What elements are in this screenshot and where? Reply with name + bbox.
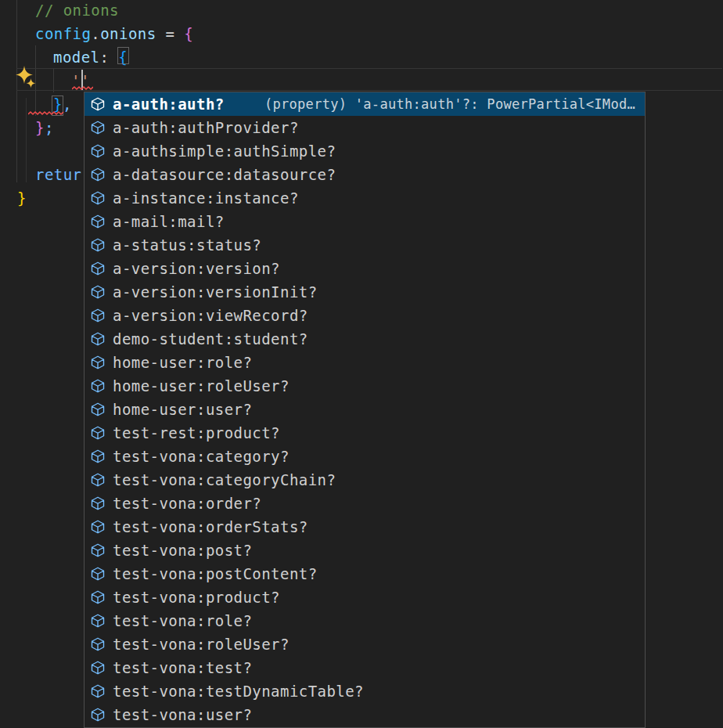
suggest-item-test-vona-category[interactable]: test-vona:category?: [85, 445, 645, 468]
code-line-close-config[interactable]: };: [35, 116, 54, 139]
suggest-item-test-vona-roleuser[interactable]: test-vona:roleUser?: [85, 632, 645, 656]
suggest-item-a-version-versioninit[interactable]: a-version:versionInit?: [85, 280, 645, 304]
symbol-module-icon: [89, 518, 106, 535]
symbol-module-icon: [89, 424, 106, 441]
intellisense-suggest-widget[interactable]: a-auth:auth?(property) 'a-auth:auth'?: P…: [84, 92, 646, 728]
symbol-module-icon: [89, 636, 106, 653]
code-token: :: [99, 49, 118, 66]
code-line-config[interactable]: config.onions = {: [35, 22, 193, 45]
code-token: retur: [35, 166, 81, 183]
code-line-return[interactable]: retur: [35, 163, 81, 186]
suggest-item-a-auth-auth[interactable]: a-auth:auth?(property) 'a-auth:auth'?: P…: [85, 92, 645, 116]
suggest-item-a-version-viewrecord[interactable]: a-version:viewRecord?: [85, 304, 645, 327]
suggest-item-label: a-authsimple:authSimple?: [113, 142, 336, 160]
current-line-highlight: [16, 68, 722, 91]
symbol-module-icon: [89, 565, 106, 582]
symbol-module-icon: [89, 683, 106, 700]
suggest-item-label: test-vona:postContent?: [113, 565, 318, 582]
suggest-item-test-vona-order[interactable]: test-vona:order?: [85, 492, 645, 515]
suggest-item-a-version-version[interactable]: a-version:version?: [85, 257, 645, 280]
code-token: // onions: [35, 2, 119, 19]
symbol-module-icon: [89, 260, 106, 277]
symbol-module-icon: [89, 166, 106, 183]
symbol-module-icon: [89, 236, 106, 254]
suggest-item-label: test-vona:testDynamicTable?: [113, 683, 364, 700]
symbol-module-icon: [89, 189, 106, 207]
code-token: =: [156, 25, 185, 42]
suggest-item-label: test-vona:orderStats?: [113, 518, 308, 535]
suggest-item-label: home-user:roleUser?: [113, 377, 290, 395]
symbol-module-icon: [89, 354, 106, 371]
code-token: ;: [45, 119, 54, 136]
symbol-module-icon: [89, 542, 106, 559]
code-token: config: [35, 25, 91, 42]
code-token: onions: [100, 25, 156, 42]
suggest-item-test-vona-testdynamictable[interactable]: test-vona:testDynamicTable?: [85, 679, 645, 703]
suggest-item-label: test-vona:role?: [113, 612, 252, 629]
suggest-item-label: test-vona:product?: [113, 589, 280, 606]
suggest-item-label: a-auth:authProvider?: [113, 119, 299, 136]
suggest-item-test-vona-user[interactable]: test-vona:user?: [85, 703, 645, 726]
suggest-item-label: test-vona:order?: [113, 495, 261, 512]
suggest-item-label: test-vona:category?: [113, 448, 290, 465]
suggest-item-label: a-instance:instance?: [113, 189, 299, 207]
suggest-item-a-status-status[interactable]: a-status:status?: [85, 233, 645, 257]
suggest-item-test-vona-role[interactable]: test-vona:role?: [85, 609, 645, 632]
suggest-item-label: home-user:user?: [113, 401, 252, 418]
suggest-item-a-authsimple-authsimple[interactable]: a-authsimple:authSimple?: [85, 139, 645, 163]
symbol-module-icon: [89, 448, 106, 465]
suggest-item-a-mail-mail[interactable]: a-mail:mail?: [85, 210, 645, 233]
suggest-item-test-vona-product[interactable]: test-vona:product?: [85, 586, 645, 609]
copilot-sparkle-icon[interactable]: [16, 65, 39, 90]
symbol-module-icon: [89, 283, 106, 301]
suggest-item-detail: (property) 'a-auth:auth'?: PowerPartial<…: [264, 92, 635, 116]
suggest-item-test-vona-post[interactable]: test-vona:post?: [85, 539, 645, 562]
suggest-item-label: demo-student:student?: [113, 330, 308, 348]
symbol-module-icon: [89, 307, 106, 324]
error-squiggle: [28, 110, 65, 117]
suggest-item-test-rest-product[interactable]: test-rest:product?: [85, 421, 645, 445]
suggest-item-demo-student-student[interactable]: demo-student:student?: [85, 327, 645, 351]
symbol-module-icon: [89, 706, 106, 723]
suggest-item-label: a-status:status?: [113, 236, 261, 254]
suggest-item-label: test-vona:categoryChain?: [113, 471, 336, 488]
suggest-item-a-datasource-datasource[interactable]: a-datasource:datasource?: [85, 163, 645, 186]
symbol-module-icon: [89, 612, 106, 629]
suggest-item-test-vona-orderstats[interactable]: test-vona:orderStats?: [85, 515, 645, 539]
suggest-item-label: a-auth:auth?: [113, 96, 225, 113]
symbol-module-icon: [89, 495, 106, 512]
code-token: }: [35, 119, 45, 136]
symbol-module-icon: [89, 659, 106, 676]
symbol-module-icon: [89, 213, 106, 230]
symbol-module-icon: [89, 96, 106, 113]
suggest-item-test-vona-postcontent[interactable]: test-vona:postContent?: [85, 562, 645, 586]
suggest-item-home-user-role[interactable]: home-user:role?: [85, 351, 645, 374]
error-squiggle: [72, 85, 93, 92]
symbol-module-icon: [89, 471, 106, 488]
bracket-match-box: [117, 47, 129, 64]
suggest-item-a-auth-authprovider[interactable]: a-auth:authProvider?: [85, 116, 645, 139]
suggest-item-label: test-vona:post?: [113, 542, 252, 559]
code-editor[interactable]: // onionsconfig.onions = {model: {''},};…: [0, 0, 723, 728]
suggest-item-home-user-user[interactable]: home-user:user?: [85, 398, 645, 421]
code-line-close-fn[interactable]: }: [17, 186, 27, 210]
suggest-item-label: home-user:role?: [113, 354, 252, 371]
suggest-item-a-instance-instance[interactable]: a-instance:instance?: [85, 186, 645, 210]
suggest-item-test-vona-categorychain[interactable]: test-vona:categoryChain?: [85, 468, 645, 492]
suggest-item-label: a-version:versionInit?: [113, 283, 318, 301]
suggest-item-label: test-vona:roleUser?: [113, 636, 290, 653]
symbol-module-icon: [89, 330, 106, 348]
suggest-item-home-user-roleuser[interactable]: home-user:roleUser?: [85, 374, 645, 398]
indent-guide: [16, 0, 17, 182]
suggest-item-test-vona-test[interactable]: test-vona:test?: [85, 656, 645, 679]
suggest-item-label: a-version:viewRecord?: [113, 307, 308, 324]
suggest-item-label: a-datasource:datasource?: [113, 166, 336, 183]
suggest-item-label: test-vona:user?: [113, 706, 252, 723]
code-line-comment[interactable]: // onions: [35, 0, 119, 22]
suggest-item-label: a-mail:mail?: [113, 213, 225, 230]
code-line-model[interactable]: model: {: [53, 45, 128, 69]
symbol-module-icon: [89, 589, 106, 606]
suggest-item-label: test-rest:product?: [113, 424, 280, 441]
suggest-item-label: test-vona:test?: [113, 659, 252, 676]
symbol-module-icon: [89, 142, 106, 160]
